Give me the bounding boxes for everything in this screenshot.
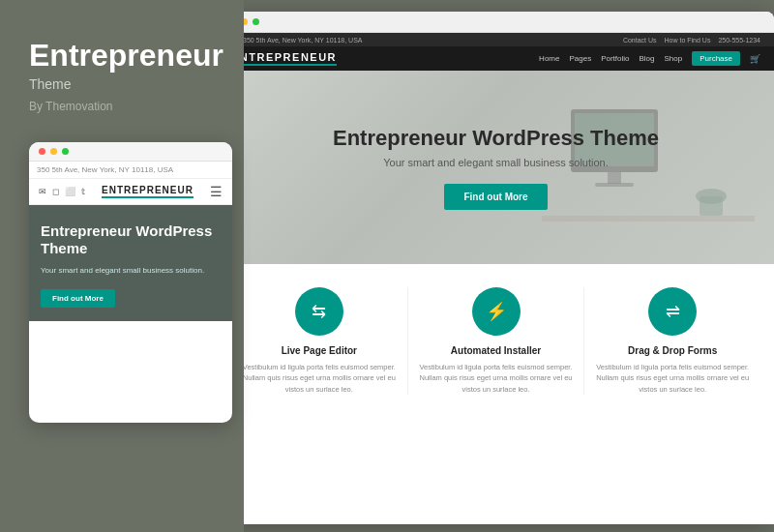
mobile-nav-icons: ✉ ◻ ⬜ 𝕥 [39, 187, 85, 196]
desktop-mockup: 📍 350 5th Ave, New York, NY 10118, USA C… [218, 12, 774, 524]
mobile-address-bar: 350 5th Ave, New York, NY 10118, USA [29, 162, 232, 179]
site-topbar: 📍 350 5th Ave, New York, NY 10118, USA C… [218, 33, 774, 46]
feature-drag-drop-desc: Vestibulum id ligula porta felis euismod… [594, 362, 751, 395]
site-topbar-left: 📍 350 5th Ave, New York, NY 10118, USA [231, 36, 363, 44]
desktop-hero-title: Entrepreneur WordPress Theme [333, 126, 659, 151]
nav-pages[interactable]: Pages [569, 54, 591, 63]
lightning-icon: ⚡ [486, 301, 507, 322]
mobile-mockup: 350 5th Ave, New York, NY 10118, USA ✉ ◻… [29, 142, 232, 423]
desktop-cta-button[interactable]: Find out More [444, 184, 547, 210]
share-icon: ⬜ [65, 187, 75, 196]
desktop-browser-bar [218, 12, 774, 33]
site-navbar: ENTREPRENEUR Home Pages Portfolio Blog S… [218, 46, 774, 71]
hamburger-icon[interactable]: ☰ [210, 184, 223, 199]
desktop-hero-subtitle: Your smart and elegant small business so… [333, 157, 659, 168]
find-link[interactable]: How to Find Us [665, 37, 711, 44]
dot-green-icon [62, 148, 69, 155]
site-nav-links: Home Pages Portfolio Blog Shop Purchase … [539, 51, 760, 66]
svg-rect-6 [542, 216, 755, 222]
svg-rect-5 [700, 196, 723, 216]
feature-auto-installer-desc: Vestibulum id ligula porta felis euismod… [418, 362, 575, 395]
dot-yellow-icon [50, 148, 57, 155]
mobile-top-bar [29, 142, 232, 162]
mobile-hero-subtitle: Your smart and elegant small business so… [41, 265, 221, 276]
cart-icon[interactable]: 🛒 [750, 54, 760, 64]
desktop-dot-green-icon [253, 18, 259, 25]
nav-blog[interactable]: Blog [640, 54, 655, 63]
nav-portfolio[interactable]: Portfolio [601, 54, 629, 63]
app-by: By Themovation [29, 100, 215, 113]
mobile-nav-bar: ✉ ◻ ⬜ 𝕥 ENTREPRENEUR ☰ [29, 179, 232, 205]
features-section: ⇆ Live Page Editor Vestibulum id ligula … [218, 264, 774, 410]
mail-icon: ✉ [39, 187, 46, 196]
arrows-icon: ⇌ [666, 301, 680, 322]
map-icon: ◻ [52, 187, 59, 196]
site-brand: ENTREPRENEUR [231, 51, 337, 66]
contact-link[interactable]: Contact Us [623, 37, 657, 44]
nav-home[interactable]: Home [539, 54, 559, 63]
phone-number: 250-555-1234 [718, 37, 760, 44]
mobile-hero-title: Entrepreneur WordPress Theme [41, 222, 221, 257]
desktop-hero: Entrepreneur WordPress Theme Your smart … [218, 71, 774, 264]
app-subtitle: Theme [29, 76, 215, 92]
twitter-icon: 𝕥 [81, 187, 85, 196]
nav-purchase[interactable]: Purchase [692, 51, 740, 66]
left-panel: Entrepreneur Theme By Themovation 350 5t… [0, 0, 244, 532]
dot-red-icon [39, 148, 45, 155]
feature-auto-installer-title: Automated Installer [451, 345, 541, 356]
feature-live-editor: ⇆ Live Page Editor Vestibulum id ligula … [231, 287, 407, 395]
feature-drag-drop-title: Drag & Drop Forms [628, 345, 717, 356]
feature-live-editor-title: Live Page Editor [282, 345, 357, 356]
feature-drag-drop: ⇌ Drag & Drop Forms Vestibulum id ligula… [584, 287, 760, 395]
mobile-cta-button[interactable]: Find out More [41, 289, 115, 308]
app-title: Entrepreneur [29, 39, 215, 73]
sliders-icon: ⇆ [312, 301, 326, 322]
site-topbar-right: Contact Us How to Find Us 250-555-1234 [623, 37, 760, 44]
auto-installer-icon-circle: ⚡ [472, 287, 521, 336]
nav-shop[interactable]: Shop [665, 54, 683, 63]
feature-live-editor-desc: Vestibulum id ligula porta felis euismod… [241, 362, 398, 395]
desktop-hero-content: Entrepreneur WordPress Theme Your smart … [333, 126, 659, 210]
drag-drop-icon-circle: ⇌ [648, 287, 697, 336]
mobile-hero: Entrepreneur WordPress Theme Your smart … [29, 205, 232, 321]
mobile-brand: ENTREPRENEUR [102, 185, 194, 198]
live-editor-icon-circle: ⇆ [295, 287, 343, 336]
feature-auto-installer: ⚡ Automated Installer Vestibulum id ligu… [408, 287, 584, 395]
